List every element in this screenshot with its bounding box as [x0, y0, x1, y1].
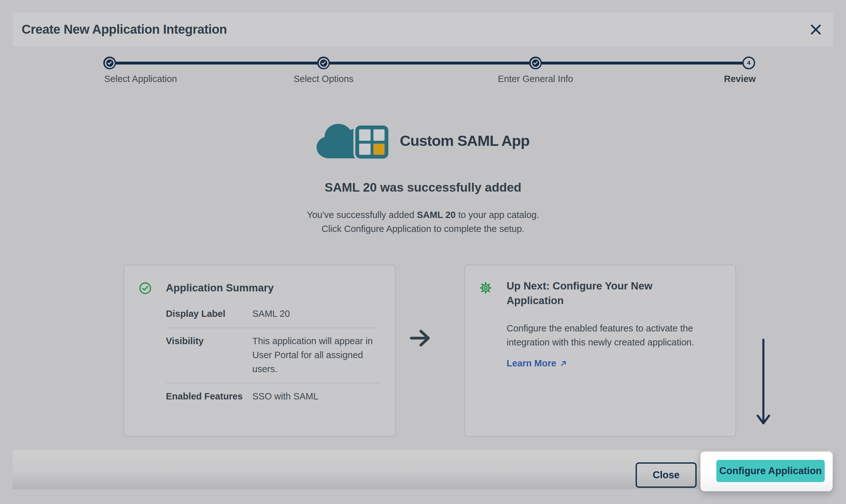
- success-heading: SAML 20 was successfully added: [0, 180, 846, 195]
- learn-more-label: Learn More: [507, 358, 556, 368]
- success-line-1: You've successfully added SAML 20 to you…: [0, 208, 846, 222]
- external-link-icon: [560, 360, 567, 367]
- app-logo: Custom SAML App: [317, 120, 529, 161]
- app-logo-label: Custom SAML App: [400, 132, 529, 149]
- configure-application-button[interactable]: Configure Application: [716, 460, 825, 482]
- success-line-2: Click Configure Application to complete …: [0, 222, 846, 236]
- up-next-card-body: Configure the enabled features to activa…: [507, 321, 713, 349]
- grid-cell: [359, 129, 371, 141]
- arrow-right-icon: [409, 329, 431, 348]
- row-label: Visibility: [166, 334, 252, 376]
- page-title: Create New Application Integration: [22, 22, 227, 37]
- table-row: Display Label SAML 20: [166, 301, 380, 328]
- custom-saml-app-logo-icon: [317, 120, 389, 161]
- summary-rows: Display Label SAML 20 Visibility This ap…: [166, 301, 380, 410]
- modal-header: Create New Application Integration: [13, 13, 833, 46]
- row-label: Enabled Features: [166, 389, 252, 403]
- step-1-select-application: [103, 57, 116, 69]
- step-3-enter-general-info: [529, 57, 542, 69]
- success-message: You've successfully added SAML 20 to you…: [0, 208, 846, 236]
- app-grid-icon: [355, 126, 389, 159]
- grid-cell-accent: [374, 144, 385, 155]
- close-icon[interactable]: [807, 20, 825, 39]
- grid-cell: [374, 129, 385, 141]
- step-label-enter-general-info: Enter General Info: [498, 74, 573, 84]
- gear-icon: [480, 282, 492, 295]
- row-value: SAML 20: [252, 307, 380, 321]
- step-label-review: Review: [724, 74, 756, 84]
- check-circle-icon: [139, 282, 151, 296]
- learn-more-link[interactable]: Learn More: [507, 358, 567, 368]
- up-next-card-title: Up Next: Configure Your New Application: [507, 279, 665, 308]
- check-icon: [105, 58, 115, 68]
- table-row: Visibility This application will appear …: [166, 328, 380, 383]
- step-label-select-options: Select Options: [294, 74, 354, 84]
- table-row: Enabled Features SSO with SAML: [166, 383, 380, 410]
- step-4-review: 4: [742, 57, 755, 69]
- step-2-select-options: [317, 57, 330, 69]
- app-name-bold: SAML 20: [417, 210, 456, 220]
- grid-cell: [359, 144, 371, 155]
- row-label: Display Label: [166, 307, 252, 321]
- arrow-down-icon: [756, 339, 770, 430]
- step-label-select-application: Select Application: [104, 74, 177, 84]
- row-value: SSO with SAML: [252, 389, 380, 403]
- up-next-card: Up Next: Configure Your New Application …: [464, 265, 736, 437]
- application-summary-card: Application Summary Display Label SAML 2…: [124, 265, 396, 437]
- row-value: This application will appear in User Por…: [252, 334, 380, 376]
- check-icon: [319, 58, 329, 68]
- stepper-track: [110, 62, 749, 65]
- create-app-integration-modal: Create New Application Integration 4 Sel…: [0, 0, 846, 504]
- check-icon: [531, 58, 541, 68]
- close-button[interactable]: Close: [636, 462, 697, 488]
- summary-card-title: Application Summary: [166, 281, 274, 295]
- coach-mark-spotlight: Configure Application: [700, 452, 833, 491]
